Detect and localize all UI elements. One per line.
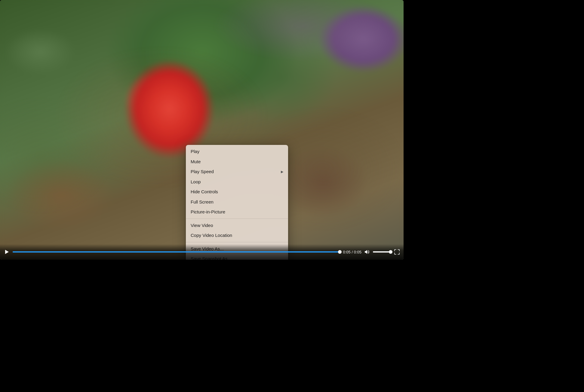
time-display: 0:05 / 0:05 <box>343 250 361 254</box>
time-current: 0:05 <box>343 250 351 254</box>
menu-item-view-video[interactable]: View Video <box>186 220 288 231</box>
progress-fill <box>13 251 340 253</box>
progress-thumb <box>338 250 342 254</box>
volume-icon[interactable] <box>364 249 370 255</box>
menu-item-mute[interactable]: Mute <box>186 157 288 167</box>
menu-item-play[interactable]: Play <box>186 146 288 157</box>
context-menu: Play Mute Play Speed ▶ Loop Hide Control… <box>186 145 288 260</box>
time-total: 0:05 <box>354 250 361 254</box>
menu-section-video-actions: View Video Copy Video Location <box>186 219 288 242</box>
video-controls-bar: 0:05 / 0:05 <box>0 244 404 260</box>
play-button[interactable] <box>4 249 10 255</box>
menu-item-play-speed[interactable]: Play Speed ▶ <box>186 167 288 177</box>
volume-thumb <box>389 250 392 254</box>
volume-slider[interactable] <box>373 251 391 253</box>
time-separator: / <box>352 250 354 254</box>
volume-fill <box>373 251 389 253</box>
menu-item-hide-controls[interactable]: Hide Controls <box>186 187 288 197</box>
svg-marker-0 <box>5 250 9 254</box>
menu-item-copy-video-location[interactable]: Copy Video Location <box>186 230 288 240</box>
menu-item-loop[interactable]: Loop <box>186 177 288 187</box>
menu-section-playback: Play Mute Play Speed ▶ Loop Hide Control… <box>186 145 288 219</box>
submenu-arrow-icon: ▶ <box>281 170 283 174</box>
video-player[interactable]: Play Mute Play Speed ▶ Loop Hide Control… <box>0 0 404 260</box>
menu-item-pip[interactable]: Picture-in-Picture <box>186 207 288 217</box>
menu-item-full-screen[interactable]: Full Screen <box>186 197 288 207</box>
fullscreen-button[interactable] <box>394 249 400 255</box>
progress-bar[interactable] <box>13 251 340 253</box>
